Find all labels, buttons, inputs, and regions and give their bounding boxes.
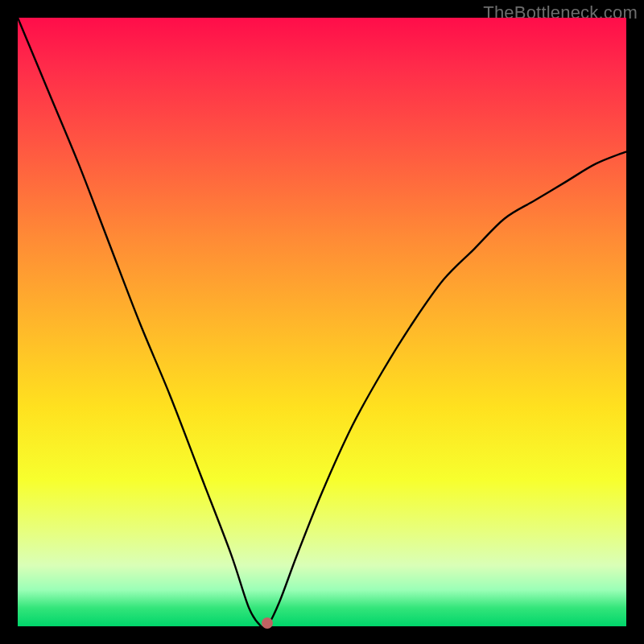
optimal-point-marker [262, 617, 273, 629]
bottleneck-curve [18, 18, 626, 626]
chart-stage: TheBottleneck.com [0, 0, 644, 644]
plot-area [18, 18, 626, 626]
